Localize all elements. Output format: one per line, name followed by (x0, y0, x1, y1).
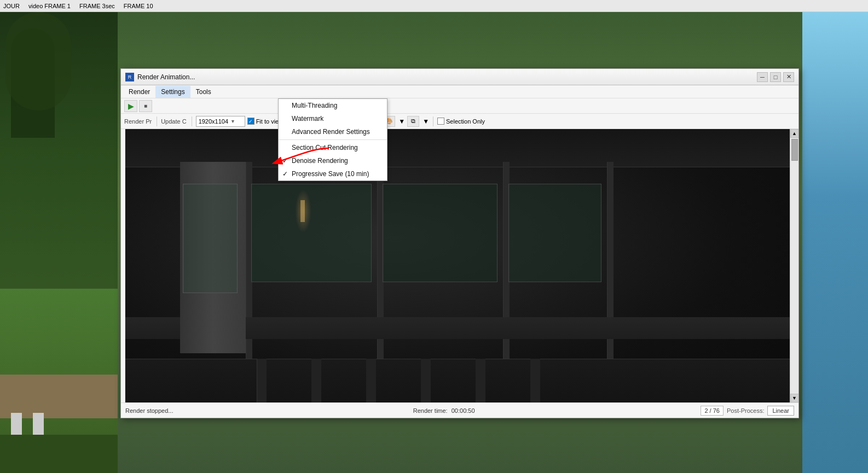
dialog-body: Render Settings Tools ▶ ■ Render Pr Upda… (121, 85, 798, 418)
settings-dropdown-menu: Multi-Threading Watermark Advanced Rende… (278, 98, 387, 181)
menu-tools[interactable]: Tools (190, 86, 217, 98)
status-mid: Render time: 00:00:50 (409, 407, 697, 414)
frame-total: 76 (713, 407, 720, 414)
render-canvas (125, 129, 798, 402)
menu-section-cut-rendering[interactable]: Section Cut Rendering (279, 141, 387, 154)
menu-render[interactable]: Render (123, 86, 155, 98)
scroll-down[interactable]: ▼ (790, 394, 799, 402)
render-status-text: Render stopped... (125, 407, 173, 414)
menu-advanced-render-settings[interactable]: Advanced Render Settings (279, 125, 387, 138)
maximize-button[interactable]: □ (770, 72, 781, 82)
fit-checkbox-box: ✓ (247, 118, 254, 125)
menu-multi-threading[interactable]: Multi-Threading (279, 99, 387, 112)
dialog-icon: R (125, 73, 134, 81)
dialog-title: Render Animation... (137, 73, 757, 81)
selection-only-label: Selection Only (446, 118, 485, 125)
minimize-button[interactable]: ─ (757, 72, 768, 82)
scrollbar-right[interactable]: ▲ ▼ (790, 129, 798, 402)
post-process-label: Post-Process: (727, 407, 764, 414)
menu-progressive-save[interactable]: Progressive Save (10 min) (279, 167, 387, 180)
topbar-jour: JOUR (3, 3, 20, 9)
dialog-titlebar: R Render Animation... ─ □ ✕ (121, 69, 798, 85)
status-left: Render stopped... (121, 407, 409, 414)
frame-current: 2 (704, 407, 708, 414)
status-bar: Render stopped... Render time: 00:00:50 … (121, 402, 798, 418)
menu-denoise-rendering[interactable]: Denoise Rendering (279, 154, 387, 167)
scene-render (125, 129, 798, 402)
menu-watermark[interactable]: Watermark (279, 112, 387, 125)
resolution-dropdown[interactable]: 1920x1104 ▼ (196, 116, 245, 127)
render-preset-label: Render Pr (124, 118, 152, 125)
close-button[interactable]: ✕ (783, 72, 794, 82)
selection-only-checkbox[interactable]: Selection Only (437, 118, 485, 125)
toolbar-1: ▶ ■ (121, 98, 798, 114)
render-panel-left (121, 129, 125, 402)
selection-checkbox-box (437, 118, 444, 125)
render-dialog: R Render Animation... ─ □ ✕ Render Setti… (120, 68, 799, 418)
menu-bar: Render Settings Tools (121, 85, 798, 98)
toolbar-2: Render Pr Update C 1920x1104 ▼ ✓ Fit to … (121, 114, 798, 129)
menu-settings[interactable]: Settings (155, 86, 190, 98)
topbar-frame3: FRAME 3sec (79, 3, 115, 9)
render-wrapper: ▲ ▼ (121, 129, 798, 402)
frame-counter: 2 / 76 (701, 406, 724, 416)
status-right: 2 / 76 Post-Process: Linear (696, 406, 798, 416)
topbar-frame10: FRAME 10 (124, 3, 153, 9)
stop-button[interactable]: ■ (139, 100, 152, 112)
render-time-label: Render time: (413, 407, 448, 414)
render-time-value: 00:00:50 (452, 407, 475, 414)
linear-button[interactable]: Linear (767, 406, 794, 416)
topbar-video: video FRAME 1 (28, 3, 71, 9)
scroll-thumb[interactable] (791, 139, 798, 161)
update-label: Update C (161, 118, 186, 125)
menu-separator-1 (279, 139, 387, 140)
play-button[interactable]: ▶ (124, 100, 137, 112)
layout-button[interactable]: ⧉ (407, 116, 419, 127)
scroll-up[interactable]: ▲ (790, 129, 799, 138)
dialog-controls: ─ □ ✕ (757, 72, 794, 82)
